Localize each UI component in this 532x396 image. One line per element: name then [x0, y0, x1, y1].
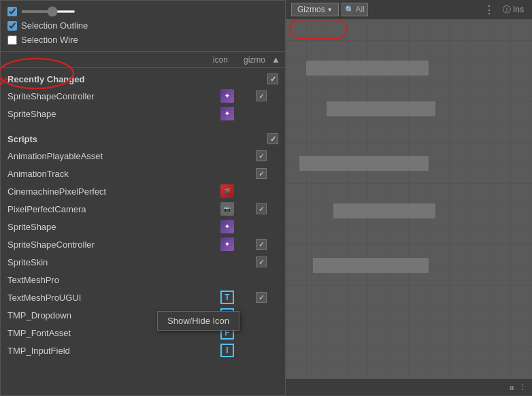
row-gizmo-cell[interactable]: [244, 168, 278, 179]
gizmos-list[interactable]: Recently Changed SpriteShapeController ✦…: [1, 68, 285, 396]
gizmo-column-header: gizmo: [237, 55, 271, 65]
gizmo-check[interactable]: [256, 239, 267, 250]
row-name: TMP_InputField: [7, 346, 210, 356]
list-item[interactable]: TextMeshProUGUI T: [1, 288, 285, 306]
selection-wire-row: Selection Wire: [7, 33, 278, 47]
show-hide-icon-tooltip: Show/Hide Icon: [157, 311, 239, 331]
scene-bottom-bar: a ⋮: [286, 379, 532, 395]
search-bar: 🔍 All: [342, 3, 368, 16]
selection-wire-label: Selection Wire: [21, 35, 78, 45]
list-item[interactable]: PixelPerfectCamera 📷: [1, 200, 285, 218]
gizmo-check[interactable]: [256, 150, 267, 161]
list-item[interactable]: TextMeshPro: [1, 271, 285, 288]
scene-scale-a: a: [510, 383, 514, 391]
selection-outline-checkbox[interactable]: [7, 21, 17, 31]
list-item[interactable]: SpriteShapeController ✦: [1, 87, 285, 105]
list-item[interactable]: SpriteShape ✦: [1, 218, 285, 235]
row-icon-cell: T: [210, 291, 244, 304]
list-item[interactable]: SpriteSkin: [1, 253, 285, 271]
row-icon-cell: ✦: [210, 237, 244, 251]
search-all-label: All: [356, 5, 365, 14]
row-icon-cell: 📷: [210, 202, 244, 216]
row-name: SpriteShape: [7, 109, 210, 119]
row-icon-cell: ✦: [210, 107, 244, 120]
scene-object-rect: [299, 156, 429, 171]
scene-object-rect: [306, 61, 429, 76]
scroll-indicator: ▲: [271, 54, 278, 65]
row-name: SpriteShapeController: [7, 240, 210, 250]
tmp-icon: T: [220, 291, 234, 304]
gizmos-button-label: Gizmos: [297, 5, 325, 14]
row-gizmo-cell[interactable]: [244, 203, 278, 214]
list-item[interactable]: SpriteShapeController ✦: [1, 235, 285, 253]
recently-changed-label: Recently Changed: [7, 74, 84, 84]
row-icon-cell: I: [210, 344, 244, 357]
scripts-header: Scripts: [1, 128, 285, 147]
recently-changed-header: Recently Changed: [1, 68, 285, 87]
scene-panel: Gizmos ▼ 🔍 All ⋮ ⓘ Ins a ⋮: [286, 0, 532, 396]
sprite-shape-icon2: ✦: [220, 220, 234, 233]
3d-icons-row: [7, 5, 278, 18]
recently-changed-gizmo-check[interactable]: [267, 73, 278, 84]
row-icon-cell: ✦: [210, 89, 244, 103]
list-item[interactable]: CinemachinePixelPerfect 🎬: [1, 182, 285, 200]
row-gizmo-cell[interactable]: [244, 90, 278, 101]
row-gizmo-cell[interactable]: [244, 239, 278, 250]
row-icon-cell: ✦: [210, 220, 244, 233]
row-name: SpriteSkin: [7, 257, 210, 267]
selection-outline-label: Selection Outline: [21, 20, 88, 31]
row-gizmo-cell[interactable]: [244, 150, 278, 161]
cine-icon: 🎬: [220, 184, 234, 198]
scene-dots[interactable]: ⋮: [519, 383, 527, 392]
gizmos-button[interactable]: Gizmos ▼: [291, 3, 339, 16]
list-item[interactable]: TMP_Dropdown ▼: [1, 306, 285, 324]
scene-toolbar: Gizmos ▼ 🔍 All ⋮ ⓘ Ins: [286, 0, 532, 20]
list-item[interactable]: AnimationTrack: [1, 165, 285, 182]
row-name: TextMeshProUGUI: [7, 293, 210, 303]
scene-object-rect: [313, 258, 429, 273]
row-name: PixelPerfectCamera: [7, 204, 210, 214]
gizmo-check[interactable]: [256, 203, 267, 214]
table-header: icon gizmo ▲: [1, 52, 285, 68]
list-item[interactable]: AnimationPlayableAsset: [1, 147, 285, 165]
row-name: AnimationTrack: [7, 169, 210, 179]
info-button[interactable]: ⓘ Ins: [500, 4, 527, 16]
search-icon: 🔍: [345, 5, 354, 14]
row-name: TextMeshPro: [7, 275, 210, 285]
sprite-shape-ctrl-icon2: ✦: [220, 237, 234, 251]
selection-outline-row: Selection Outline: [7, 18, 278, 33]
row-name: SpriteShape: [7, 222, 210, 232]
3d-icons-slider[interactable]: [21, 10, 76, 13]
row-name: AnimationPlayableAsset: [7, 151, 210, 161]
selection-wire-checkbox[interactable]: [7, 35, 17, 45]
row-name: CinemachinePixelPerfect: [7, 186, 210, 197]
cam-icon: 📷: [220, 202, 234, 216]
row-icon-cell: 🎬: [210, 184, 244, 198]
row-gizmo-cell[interactable]: [244, 257, 278, 267]
sprite-shape-controller-icon: ✦: [220, 89, 234, 103]
3d-icons-checkbox[interactable]: [7, 7, 17, 16]
gizmos-dropdown-panel: Selection Outline Selection Wire icon gi…: [0, 0, 286, 396]
icon-column-header: icon: [203, 55, 237, 65]
scene-object-rect: [327, 101, 435, 116]
tooltip-text: Show/Hide Icon: [167, 316, 229, 326]
gizmo-check[interactable]: [256, 292, 267, 303]
scene-object-rect: [333, 203, 435, 218]
scene-content: a ⋮: [286, 20, 532, 395]
list-item[interactable]: SpriteShape ✦: [1, 105, 285, 122]
list-item[interactable]: TMP_FontAsset F: [1, 324, 285, 342]
gizmos-dropdown-arrow: ▼: [327, 7, 333, 13]
row-gizmo-cell[interactable]: [244, 292, 278, 303]
scripts-gizmo-check[interactable]: [267, 133, 278, 144]
gizmo-check[interactable]: [256, 168, 267, 179]
top-options: Selection Outline Selection Wire: [1, 1, 285, 52]
toolbar-right: ⋮ ⓘ Ins: [481, 3, 527, 16]
tmp-input-icon: I: [220, 344, 234, 357]
list-item[interactable]: TMP_InputField I: [1, 342, 285, 359]
row-name: SpriteShapeController: [7, 91, 210, 101]
sprite-shape-icon: ✦: [220, 107, 234, 120]
more-options-button[interactable]: ⋮: [481, 3, 497, 16]
gizmo-check[interactable]: [256, 257, 267, 267]
gizmo-check[interactable]: [256, 90, 267, 101]
scripts-label: Scripts: [7, 134, 37, 144]
